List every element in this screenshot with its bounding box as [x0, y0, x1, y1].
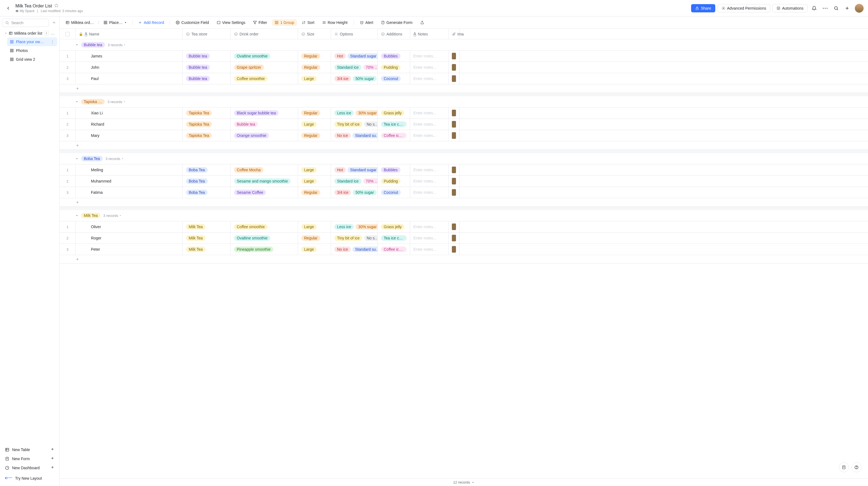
cell-image[interactable]: [448, 176, 460, 187]
cell-drink[interactable]: Coffee Mocha: [231, 164, 298, 175]
cell-name[interactable]: Peter: [75, 244, 183, 255]
cell-name[interactable]: James: [75, 51, 183, 62]
cell-store[interactable]: Milk Tea: [183, 233, 231, 244]
row-index[interactable]: 2: [60, 62, 75, 73]
cell-additions[interactable]: Bubbles: [378, 164, 410, 175]
cell-options[interactable]: Standard ice70% …: [331, 62, 378, 73]
row-index[interactable]: 1: [60, 164, 75, 175]
group-header[interactable]: Milk Tea3 records: [60, 210, 868, 221]
sidebar-item[interactable]: Place your ow…⋮: [7, 37, 57, 46]
cell-options[interactable]: 3/4 ice50% sugar: [331, 187, 378, 198]
cell-additions[interactable]: Grass jelly: [378, 221, 410, 232]
sidebar-item[interactable]: Photos: [7, 46, 57, 55]
view-settings-button[interactable]: View Settings: [214, 19, 248, 26]
cell-notes[interactable]: Enter notes...: [410, 221, 448, 232]
cell-name[interactable]: Richard: [75, 119, 183, 130]
group-header[interactable]: Boba Tea3 records: [60, 153, 868, 164]
cell-size[interactable]: Large: [298, 221, 331, 232]
cell-size[interactable]: Large: [298, 119, 331, 130]
cell-options[interactable]: HotStandard sugar: [331, 51, 378, 62]
cell-image[interactable]: [448, 73, 460, 84]
cell-name[interactable]: Meiling: [75, 164, 183, 175]
cell-additions[interactable]: Coconut: [378, 187, 410, 198]
permissions-button[interactable]: Advanced Permissions: [717, 4, 770, 12]
row-height-button[interactable]: Row Height: [319, 19, 350, 26]
cell-size[interactable]: Regular: [298, 187, 331, 198]
row-index[interactable]: 2: [60, 176, 75, 187]
sort-button[interactable]: Sort: [299, 19, 317, 26]
column-drink-order[interactable]: Drink order: [231, 29, 298, 39]
more-icon[interactable]: [51, 31, 54, 35]
cell-drink[interactable]: Pineapple smoothie: [231, 244, 298, 255]
table-row[interactable]: 2 Richard Tapioka Tea Bubble tea Large T…: [60, 119, 868, 130]
cell-name[interactable]: Muhammed: [75, 176, 183, 187]
table-row[interactable]: 2 Roger Milk Tea Ovaltine smoothie Regul…: [60, 233, 868, 244]
crumb-table[interactable]: Milktea ord…: [63, 19, 96, 26]
cell-image[interactable]: [448, 244, 460, 255]
cell-drink[interactable]: Black sugar bubble tea: [231, 108, 298, 118]
cell-drink[interactable]: Sesame and mango smoothie: [231, 176, 298, 187]
row-index[interactable]: 3: [60, 187, 75, 198]
cell-options[interactable]: Standard ice70% …: [331, 176, 378, 187]
cell-options[interactable]: HotStandard sugar: [331, 164, 378, 175]
column-name[interactable]: 🔒 A̲ Name: [75, 29, 183, 39]
cell-name[interactable]: Xiao Li: [75, 108, 183, 118]
cell-store[interactable]: Tapioka Tea: [183, 119, 231, 130]
share-view-icon[interactable]: [417, 20, 427, 26]
cell-drink[interactable]: Bubble tea: [231, 119, 298, 130]
cell-size[interactable]: Large: [298, 164, 331, 175]
add-record-button[interactable]: Add Record: [136, 19, 166, 26]
cell-size[interactable]: Regular: [298, 62, 331, 73]
record-count[interactable]: 3 records: [103, 213, 121, 218]
row-index[interactable]: 3: [60, 244, 75, 255]
cell-notes[interactable]: Enter notes...: [410, 233, 448, 244]
group-header[interactable]: Bubble tea3 records: [60, 39, 868, 51]
cell-drink[interactable]: Coffee smoothie: [231, 221, 298, 232]
collapse-sidebar-icon[interactable]: [51, 20, 57, 26]
new-table-button[interactable]: New Table: [2, 445, 57, 454]
cell-size[interactable]: Regular: [298, 108, 331, 118]
cell-size[interactable]: Regular: [298, 233, 331, 244]
back-button[interactable]: [4, 4, 12, 12]
filter-button[interactable]: Filter: [250, 19, 270, 26]
record-count[interactable]: 3 records: [108, 43, 126, 47]
row-index[interactable]: 1: [60, 108, 75, 118]
row-index[interactable]: 2: [60, 233, 75, 244]
cell-store[interactable]: Tapioka Tea: [183, 130, 231, 141]
cell-additions[interactable]: Bubbles: [378, 51, 410, 62]
cell-image[interactable]: [448, 119, 460, 130]
new-form-button[interactable]: New Form: [2, 454, 57, 463]
cell-store[interactable]: Boba Tea: [183, 164, 231, 175]
cell-notes[interactable]: Enter notes...: [410, 244, 448, 255]
cell-additions[interactable]: Pudding: [378, 176, 410, 187]
cell-additions[interactable]: Pudding: [378, 62, 410, 73]
new-dashboard-button[interactable]: New Dashboard: [2, 463, 57, 472]
table-row[interactable]: 1 Xiao Li Tapioka Tea Black sugar bubble…: [60, 108, 868, 119]
try-new-layout-button[interactable]: ◐᠁ Try New Layout: [2, 472, 57, 484]
cell-notes[interactable]: Enter notes...: [410, 51, 448, 62]
add-row-button[interactable]: [60, 84, 868, 93]
group-header[interactable]: Tapioka …3 records: [60, 96, 868, 108]
cell-drink[interactable]: Coffee smoothie: [231, 73, 298, 84]
cell-store[interactable]: Tapioka Tea: [183, 108, 231, 118]
cell-notes[interactable]: Enter notes...: [410, 108, 448, 118]
doc-icon[interactable]: [839, 462, 849, 472]
cell-options[interactable]: Tiny bit of iceNo s…: [331, 119, 378, 130]
cell-notes[interactable]: Enter notes...: [410, 176, 448, 187]
cell-notes[interactable]: Enter notes...: [410, 62, 448, 73]
cell-options[interactable]: No iceStandard su…: [331, 244, 378, 255]
cell-store[interactable]: Boba Tea: [183, 187, 231, 198]
add-row-button[interactable]: [60, 198, 868, 207]
more-icon[interactable]: ⋮: [51, 39, 54, 44]
cell-notes[interactable]: Enter notes...: [410, 119, 448, 130]
cell-additions[interactable]: Grass jelly: [378, 108, 410, 118]
cell-options[interactable]: 3/4 ice50% sugar: [331, 73, 378, 84]
alert-button[interactable]: Alert: [357, 19, 376, 26]
footer-total[interactable]: 12 records: [60, 478, 868, 486]
cell-drink[interactable]: Orange smoothie: [231, 130, 298, 141]
cell-store[interactable]: Boba Tea: [183, 176, 231, 187]
search-icon[interactable]: [832, 4, 840, 12]
table-row[interactable]: 1 James Bubble tea Ovaltine smoothie Reg…: [60, 51, 868, 62]
column-size[interactable]: Size: [298, 29, 331, 39]
row-index[interactable]: 2: [60, 119, 75, 130]
